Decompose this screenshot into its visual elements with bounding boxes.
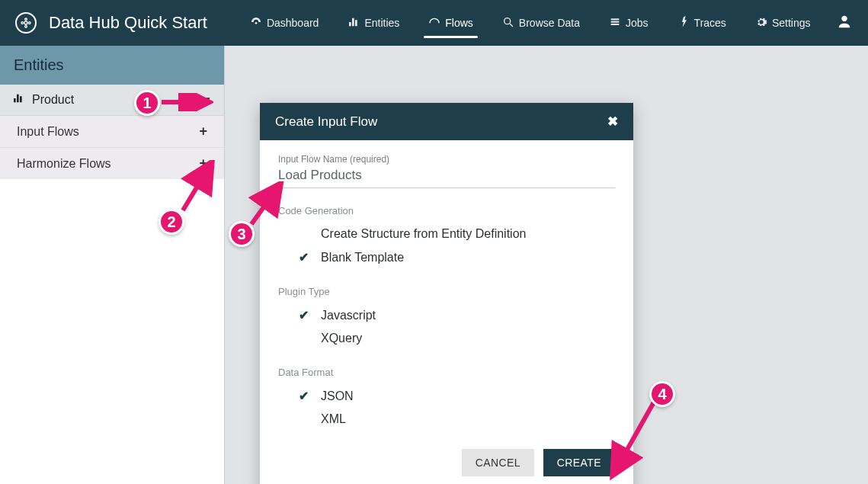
flow-label: Harmonize Flows [17, 157, 111, 171]
svg-rect-9 [611, 21, 620, 22]
annotation-arrow-1 [160, 93, 213, 111]
option-label: Javascript [321, 309, 376, 322]
svg-rect-8 [611, 18, 620, 20]
cancel-button[interactable]: CANCEL [462, 449, 534, 476]
add-input-flow-icon[interactable]: + [199, 123, 207, 139]
svg-rect-10 [611, 24, 620, 25]
plugin-option-xquery[interactable]: XQuery [278, 327, 615, 350]
nav-browse[interactable]: Browse Data [490, 2, 592, 44]
svg-point-4 [28, 22, 30, 24]
format-option-xml[interactable]: XML [278, 408, 615, 431]
plugin-option-js[interactable]: ✔ Javascript [278, 303, 615, 327]
entity-icon [12, 92, 24, 107]
annotation-arrow-4 [610, 396, 663, 480]
nav-flows[interactable]: Flows [416, 2, 485, 44]
option-label: XQuery [321, 332, 362, 345]
dashboard-icon [250, 16, 262, 30]
svg-point-5 [255, 22, 258, 24]
annotation-badge-4: 4 [649, 381, 675, 407]
check-icon: ✔ [296, 389, 310, 403]
check-icon: ✔ [296, 308, 310, 322]
annotation-arrow-2 [180, 160, 218, 213]
content-area: Create Input Flow ✖ Input Flow Name (req… [225, 46, 868, 484]
logo-icon [15, 12, 37, 34]
codegen-option-blank[interactable]: ✔ Blank Template [278, 245, 615, 269]
create-input-flow-modal: Create Input Flow ✖ Input Flow Name (req… [260, 103, 633, 484]
nav-label: Jobs [626, 17, 649, 29]
nav-label: Entities [364, 17, 399, 29]
nav-label: Settings [772, 17, 811, 29]
nav-jobs[interactable]: Jobs [597, 2, 661, 44]
flow-name-label: Input Flow Name (required) [278, 154, 615, 165]
nav-label: Traces [694, 17, 726, 29]
traces-icon [677, 16, 690, 30]
main-area: Entities Product ▼ Input Flows + Harmoni… [0, 46, 868, 484]
annotation-arrow-3 [248, 181, 287, 227]
format-option-json[interactable]: ✔ JSON [278, 384, 615, 408]
codegen-option-structure[interactable]: Create Structure from Entity Definition [278, 223, 615, 245]
nav-items: Dashboard Entities Flows Browse Data Job… [238, 2, 828, 44]
modal-body: Input Flow Name (required) Code Generati… [260, 140, 633, 484]
entities-icon [348, 16, 360, 30]
top-nav: Data Hub Quick Start Dashboard Entities … [0, 0, 868, 46]
close-icon[interactable]: ✖ [607, 114, 618, 130]
modal-header: Create Input Flow ✖ [260, 103, 633, 140]
nav-label: Flows [445, 17, 473, 29]
option-label: Create Structure from Entity Definition [321, 227, 526, 241]
svg-point-11 [841, 16, 847, 21]
sidebar: Entities Product ▼ Input Flows + Harmoni… [0, 46, 225, 484]
svg-point-1 [25, 18, 27, 21]
modal-title: Create Input Flow [275, 114, 377, 130]
annotation-badge-1: 1 [134, 90, 160, 116]
codegen-section-label: Code Generation [278, 205, 615, 216]
svg-point-3 [21, 22, 24, 24]
svg-line-15 [614, 399, 655, 473]
svg-line-13 [183, 165, 210, 210]
svg-point-6 [504, 18, 511, 24]
plugin-section-label: Plugin Type [278, 286, 615, 297]
search-icon [502, 16, 514, 30]
svg-line-14 [251, 186, 279, 224]
nav-entities[interactable]: Entities [335, 2, 412, 44]
nav-label: Browse Data [519, 17, 580, 29]
option-label: Blank Template [321, 251, 404, 264]
format-section-label: Data Format [278, 367, 615, 378]
flow-name-input[interactable] [278, 166, 615, 188]
svg-line-7 [510, 24, 513, 27]
app-title: Data Hub Quick Start [49, 13, 207, 33]
svg-point-2 [25, 25, 27, 27]
gear-icon [755, 16, 767, 30]
sidebar-header: Entities [0, 46, 224, 85]
sidebar-item-input-flows[interactable]: Input Flows + [0, 116, 224, 147]
flow-label: Input Flows [17, 125, 79, 139]
nav-settings[interactable]: Settings [743, 2, 823, 44]
flows-icon [428, 16, 440, 30]
annotation-badge-3: 3 [229, 221, 255, 247]
annotation-badge-2: 2 [159, 209, 184, 235]
user-icon[interactable] [836, 13, 853, 33]
option-label: JSON [321, 389, 354, 403]
check-icon: ✔ [296, 250, 310, 264]
modal-footer: CANCEL CREATE [278, 441, 615, 476]
nav-label: Dashboard [267, 17, 319, 29]
jobs-icon [609, 16, 621, 30]
svg-point-0 [24, 21, 27, 24]
nav-traces[interactable]: Traces [665, 2, 738, 44]
create-button[interactable]: CREATE [543, 449, 615, 476]
nav-dashboard[interactable]: Dashboard [238, 2, 332, 44]
entity-name: Product [32, 93, 74, 107]
option-label: XML [321, 412, 346, 426]
